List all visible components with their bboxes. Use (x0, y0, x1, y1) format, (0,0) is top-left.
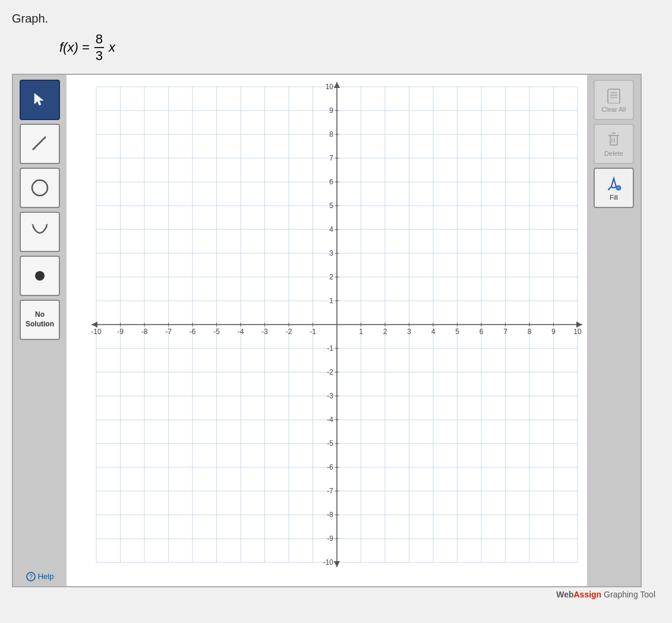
parabola-tool[interactable] (20, 212, 60, 252)
left-toolbar: No Solution ? Help (13, 75, 67, 586)
func-name: f(x) (59, 40, 78, 55)
fill-button[interactable]: Fill (594, 168, 634, 208)
page-title: Graph. (12, 12, 660, 26)
line-tool[interactable] (20, 124, 60, 164)
right-panel: Clear All Delete Fill (587, 75, 641, 586)
delete-label: Delete (604, 150, 623, 157)
svg-point-7 (35, 271, 45, 281)
circle-tool[interactable] (20, 168, 60, 208)
watermark-rest: Graphing Tool (601, 590, 655, 599)
graphing-tool: No Solution ? Help Clear All (12, 74, 642, 587)
equation: f(x) = 8 3 x (59, 32, 660, 64)
svg-rect-14 (610, 136, 617, 145)
svg-marker-5 (31, 224, 34, 226)
no-solution-tool[interactable]: No Solution (20, 300, 60, 340)
numerator: 8 (94, 32, 104, 48)
delete-button[interactable]: Delete (594, 124, 634, 164)
help-label: Help (38, 572, 54, 581)
point-tool[interactable] (20, 256, 60, 296)
svg-marker-6 (45, 224, 48, 226)
watermark-web: Web (556, 590, 573, 599)
clear-all-label: Clear All (602, 106, 626, 113)
svg-text:?: ? (29, 574, 33, 580)
svg-rect-10 (608, 89, 620, 103)
fill-label: Fill (610, 194, 618, 201)
svg-point-19 (616, 185, 621, 190)
watermark-assign: Assign (574, 590, 602, 599)
arrow-tool[interactable] (20, 80, 60, 120)
help-button[interactable]: ? Help (26, 566, 54, 581)
clear-all-button[interactable]: Clear All (594, 80, 634, 120)
graph-area[interactable] (67, 75, 587, 586)
svg-point-4 (32, 180, 48, 196)
svg-line-1 (33, 137, 46, 150)
watermark: WebAssign Graphing Tool (12, 587, 660, 602)
svg-marker-0 (34, 93, 43, 105)
denominator: 3 (94, 48, 104, 64)
fraction: 8 3 (94, 32, 104, 64)
variable: x (109, 40, 115, 55)
equals-sign: = (82, 40, 90, 55)
